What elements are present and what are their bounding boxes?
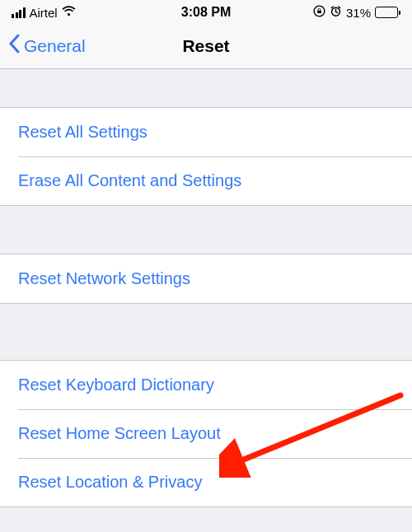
reset-network-settings[interactable]: Reset Network Settings bbox=[0, 254, 412, 303]
item-label: Reset Location & Privacy bbox=[18, 473, 202, 491]
clock-label: 3:08 PM bbox=[181, 5, 231, 20]
reset-keyboard-dictionary[interactable]: Reset Keyboard Dictionary bbox=[0, 361, 412, 409]
item-label: Reset Home Screen Layout bbox=[18, 424, 221, 442]
back-button[interactable]: General bbox=[8, 34, 86, 58]
reset-location-privacy[interactable]: Reset Location & Privacy bbox=[0, 458, 412, 506]
status-left: Airtel bbox=[12, 5, 76, 20]
erase-all-content[interactable]: Erase All Content and Settings bbox=[0, 156, 412, 205]
carrier-label: Airtel bbox=[30, 6, 58, 20]
chevron-left-icon bbox=[8, 34, 21, 58]
wifi-icon bbox=[62, 5, 76, 20]
battery-icon bbox=[375, 7, 400, 18]
item-label: Reset All Settings bbox=[18, 123, 147, 141]
orientation-lock-icon bbox=[313, 5, 325, 21]
cellular-signal-icon bbox=[12, 7, 26, 18]
status-bar: Airtel 3:08 PM 31% bbox=[0, 0, 412, 23]
list-group-1: Reset All Settings Erase All Content and… bbox=[0, 107, 412, 206]
item-label: Reset Keyboard Dictionary bbox=[18, 376, 214, 394]
list-group-3: Reset Keyboard Dictionary Reset Home Scr… bbox=[0, 360, 412, 507]
nav-bar: General Reset bbox=[0, 23, 412, 69]
reset-home-screen-layout[interactable]: Reset Home Screen Layout bbox=[0, 409, 412, 458]
list-group-2: Reset Network Settings bbox=[0, 254, 412, 304]
battery-percent-label: 31% bbox=[346, 6, 371, 20]
page-title: Reset bbox=[182, 36, 229, 56]
back-label: General bbox=[24, 36, 86, 56]
reset-all-settings[interactable]: Reset All Settings bbox=[0, 108, 412, 156]
item-label: Erase All Content and Settings bbox=[18, 171, 241, 189]
item-label: Reset Network Settings bbox=[18, 269, 190, 287]
alarm-icon bbox=[330, 5, 342, 21]
status-right: 31% bbox=[313, 5, 400, 21]
